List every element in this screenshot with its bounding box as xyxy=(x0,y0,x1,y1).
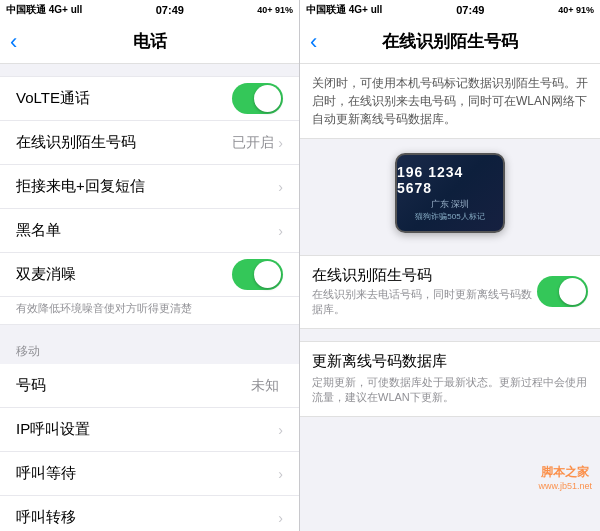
update-db-section[interactable]: 更新离线号码数据库 定期更新，可使数据库处于最新状态。更新过程中会使用流量，建议… xyxy=(300,341,600,417)
online-id-chevron: › xyxy=(278,135,283,151)
phone-settings-panel: 中国联通 4G+ ull 07:49 40+ 91% ‹ 电话 VoLTE通话 … xyxy=(0,0,300,531)
phone-mockup: 196 1234 5678 广东 深圳 猫狗诈骗505人标记 xyxy=(395,153,505,233)
online-toggle-text: 在线识别陌生号码 在线识别来去电话号码，同时更新离线号码数据库。 xyxy=(312,266,537,318)
status-time-left: 07:49 xyxy=(156,4,184,16)
dual-mic-label: 双麦消噪 xyxy=(16,253,232,296)
reject-call-label: 拒接来电+回复短信 xyxy=(16,165,278,208)
phone-number-item[interactable]: 号码 未知 xyxy=(0,364,299,408)
ip-call-label: IP呼叫设置 xyxy=(16,408,278,451)
call-waiting-label: 呼叫等待 xyxy=(16,452,278,495)
nav-bar-right: ‹ 在线识别陌生号码 xyxy=(300,20,600,64)
call-waiting-item[interactable]: 呼叫等待 › xyxy=(0,452,299,496)
blacklist-label: 黑名单 xyxy=(16,209,278,252)
reject-call-chevron: › xyxy=(278,179,283,195)
call-forward-chevron: › xyxy=(278,510,283,526)
page-title-left: 电话 xyxy=(133,30,167,53)
call-forward-label: 呼叫转移 xyxy=(16,496,278,531)
call-location-display: 广东 深圳 xyxy=(431,198,470,211)
online-id-label: 在线识别陌生号码 xyxy=(16,121,232,164)
online-toggle-section: 在线识别陌生号码 在线识别来去电话号码，同时更新离线号码数据库。 xyxy=(300,255,600,329)
blacklist-item[interactable]: 黑名单 › xyxy=(0,209,299,253)
mobile-section-group: 移动 号码 未知 IP呼叫设置 › 呼叫等待 › 呼叫转移 › 呼叫限制 › xyxy=(0,337,299,531)
update-db-desc: 定期更新，可使数据库处于最新状态。更新过程中会使用流量，建议在WLAN下更新。 xyxy=(312,375,588,406)
status-time-right: 07:49 xyxy=(456,4,484,16)
ip-call-chevron: › xyxy=(278,422,283,438)
online-id-value: 已开启 xyxy=(232,134,274,152)
call-waiting-chevron: › xyxy=(278,466,283,482)
volte-toggle[interactable] xyxy=(232,83,283,114)
status-bar-right: 中国联通 4G+ ull 07:49 40+ 91% xyxy=(300,0,600,20)
online-id-item[interactable]: 在线识别陌生号码 已开启 › xyxy=(0,121,299,165)
status-left-right: 中国联通 4G+ ull xyxy=(306,3,382,17)
main-settings-group: VoLTE通话 在线识别陌生号码 已开启 › 拒接来电+回复短信 › 黑名单 › xyxy=(0,76,299,325)
dual-mic-toggle[interactable] xyxy=(232,259,283,290)
call-forward-item[interactable]: 呼叫转移 › xyxy=(0,496,299,531)
status-battery-left: 40+ 91% xyxy=(257,5,293,15)
online-id-detail-panel: 中国联通 4G+ ull 07:49 40+ 91% ‹ 在线识别陌生号码 关闭… xyxy=(300,0,600,531)
mobile-section-header: 移动 xyxy=(0,337,299,364)
update-db-title: 更新离线号码数据库 xyxy=(312,352,588,371)
volte-item[interactable]: VoLTE通话 xyxy=(0,76,299,121)
phone-mockup-container: 196 1234 5678 广东 深圳 猫狗诈骗505人标记 xyxy=(300,139,600,243)
nav-bar-left: ‹ 电话 xyxy=(0,20,299,64)
ip-call-item[interactable]: IP呼叫设置 › xyxy=(0,408,299,452)
back-button-right[interactable]: ‹ xyxy=(310,31,317,53)
carrier-signal-left: 中国联通 4G+ ull xyxy=(6,3,82,17)
settings-list: VoLTE通话 在线识别陌生号码 已开启 › 拒接来电+回复短信 › 黑名单 › xyxy=(0,64,299,531)
back-button-left[interactable]: ‹ xyxy=(10,31,17,53)
watermark-url: www.jb51.net xyxy=(538,481,592,491)
volte-label: VoLTE通话 xyxy=(16,77,232,120)
carrier-signal-right: 中国联通 4G+ ull xyxy=(306,3,382,17)
online-toggle-title: 在线识别陌生号码 xyxy=(312,266,537,285)
online-toggle-desc: 在线识别来去电话号码，同时更新离线号码数据库。 xyxy=(312,287,537,318)
status-bar-left: 中国联通 4G+ ull 07:49 40+ 91% xyxy=(0,0,299,20)
watermark-brand: 脚本之家 xyxy=(538,464,592,481)
phone-number-value: 未知 xyxy=(251,377,279,395)
blacklist-chevron: › xyxy=(278,223,283,239)
call-tag-display: 猫狗诈骗505人标记 xyxy=(415,211,484,222)
call-number-display: 196 1234 5678 xyxy=(397,164,503,196)
online-toggle-item[interactable]: 在线识别陌生号码 在线识别来去电话号码，同时更新离线号码数据库。 xyxy=(300,256,600,328)
online-toggle-switch[interactable] xyxy=(537,276,588,307)
phone-number-label: 号码 xyxy=(16,364,251,407)
description-text: 关闭时，可使用本机号码标记数据识别陌生号码。开启时，在线识别来去电号码，同时可在… xyxy=(300,64,600,139)
status-bar-left-info: 中国联通 4G+ ull xyxy=(6,3,82,17)
watermark: 脚本之家 www.jb51.net xyxy=(538,464,592,491)
page-title-right: 在线识别陌生号码 xyxy=(382,30,518,53)
dual-mic-item[interactable]: 双麦消噪 xyxy=(0,253,299,297)
reject-call-item[interactable]: 拒接来电+回复短信 › xyxy=(0,165,299,209)
status-battery-right: 40+ 91% xyxy=(558,5,594,15)
dual-mic-subtitle: 有效降低环境噪音使对方听得更清楚 xyxy=(0,297,299,325)
